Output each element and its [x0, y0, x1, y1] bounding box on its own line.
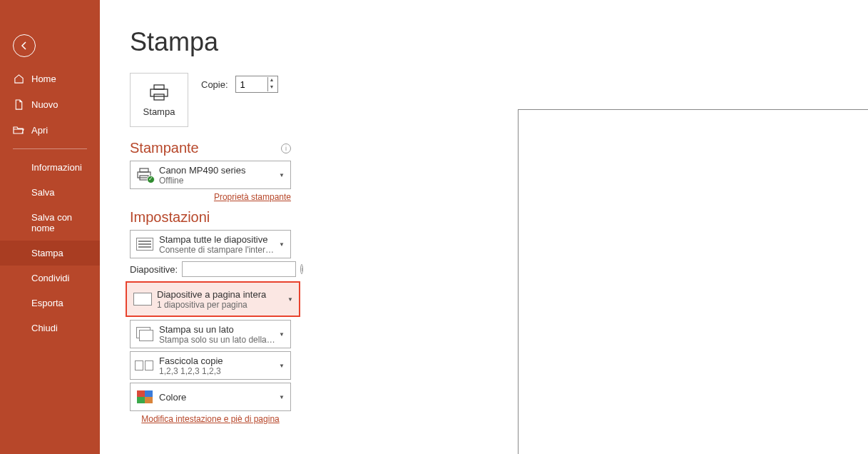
- svg-rect-3: [140, 168, 148, 172]
- collate-dropdown[interactable]: Fascicola copie 1,2,3 1,2,3 1,2,3 ▼: [130, 351, 291, 380]
- print-button-label: Stampa: [143, 106, 175, 117]
- chevron-down-icon: ▼: [285, 296, 296, 303]
- svg-rect-2: [154, 94, 164, 100]
- slides-all-icon: [136, 238, 153, 251]
- info-icon[interactable]: i: [300, 264, 303, 274]
- slides-range-input[interactable]: [182, 261, 296, 277]
- sidebar-item-print[interactable]: Stampa: [0, 241, 100, 266]
- chevron-down-icon: ▼: [276, 241, 287, 248]
- chevron-down-icon: ▼: [276, 172, 287, 178]
- svg-rect-1: [150, 89, 168, 96]
- sidebar-item-label: Condividi: [31, 273, 69, 283]
- edit-header-footer-link[interactable]: Modifica intestazione e piè di pagina: [130, 414, 291, 424]
- folder-open-icon: [13, 124, 24, 136]
- chevron-down-icon: ▼: [276, 394, 287, 400]
- copies-down-button[interactable]: ▼: [268, 84, 276, 91]
- copies-up-button[interactable]: ▲: [268, 77, 276, 84]
- sidebar-item-new[interactable]: Nuovo: [0, 91, 100, 117]
- copies-stepper[interactable]: ▲ ▼: [235, 76, 278, 93]
- printer-properties-link[interactable]: Proprietà stampante: [130, 192, 291, 202]
- file-icon: [13, 99, 24, 110]
- printer-status: Offline: [159, 176, 276, 186]
- sidebar-item-label: Informazioni: [31, 162, 82, 173]
- slides-range-label: Diapositive:: [130, 264, 178, 275]
- sidebar-item-close[interactable]: Chiudi: [0, 316, 100, 340]
- svg-rect-0: [154, 85, 164, 89]
- sidebar-item-open[interactable]: Apri: [0, 117, 100, 143]
- full-page-slide-icon: [133, 293, 152, 306]
- one-sided-icon: [136, 327, 153, 341]
- sidebar-item-label: Salva: [31, 187, 55, 198]
- print-range-dropdown[interactable]: Stampa tutte le diapositive Consente di …: [130, 230, 291, 258]
- copies-label: Copie:: [201, 79, 228, 90]
- sidebar-item-export[interactable]: Esporta: [0, 291, 100, 316]
- chevron-down-icon: ▼: [276, 363, 287, 369]
- sidebar-item-info[interactable]: Informazioni: [0, 155, 100, 180]
- color-icon: [137, 390, 153, 403]
- sidebar-item-label: Stampa: [31, 248, 63, 258]
- page-title: Stampa: [130, 27, 415, 57]
- sidebar-item-saveas[interactable]: Salva con nome: [0, 205, 100, 241]
- chevron-down-icon: ▼: [276, 331, 287, 338]
- sidebar-item-label: Chiudi: [31, 323, 58, 333]
- printer-icon: [148, 84, 170, 102]
- sidebar-item-label: Nuovo: [31, 99, 58, 110]
- arrow-left-icon: [19, 40, 30, 51]
- print-preview-area: [444, 27, 868, 454]
- sidebar-divider: [13, 148, 87, 149]
- info-icon[interactable]: i: [281, 143, 291, 153]
- duplex-dropdown[interactable]: Stampa su un lato Stampa solo su un lato…: [130, 320, 291, 348]
- collate-icon: [135, 360, 155, 370]
- main-content: Stampa Stampa Copie: ▲ ▼: [100, 0, 868, 454]
- printer-status-icon: [136, 168, 153, 182]
- print-button[interactable]: Stampa: [130, 73, 188, 127]
- sidebar-item-label: Salva con nome: [31, 212, 87, 233]
- printer-name: Canon MP490 series: [159, 165, 276, 176]
- printer-dropdown[interactable]: Canon MP490 series Offline ▼: [130, 161, 291, 189]
- sidebar-item-home[interactable]: Home: [0, 66, 100, 91]
- sidebar-item-label: Esporta: [31, 298, 63, 308]
- copies-input[interactable]: [236, 78, 267, 91]
- back-button[interactable]: [13, 34, 36, 57]
- settings-section-title: Impostazioni: [130, 209, 415, 226]
- home-icon: [13, 73, 24, 84]
- sidebar-item-label: Home: [31, 74, 56, 84]
- sidebar-item-label: Apri: [31, 125, 48, 136]
- slide-layout-dropdown[interactable]: Diapositive a pagina intera 1 diapositiv…: [126, 281, 300, 317]
- sidebar-item-share[interactable]: Condividi: [0, 266, 100, 291]
- printer-section-title: Stampante i: [130, 140, 291, 156]
- color-dropdown[interactable]: Colore ▼: [130, 383, 291, 411]
- preview-page: [518, 109, 868, 454]
- sidebar-item-save[interactable]: Salva: [0, 180, 100, 205]
- backstage-sidebar: Home Nuovo Apri Informazioni Salva Salva…: [0, 0, 100, 454]
